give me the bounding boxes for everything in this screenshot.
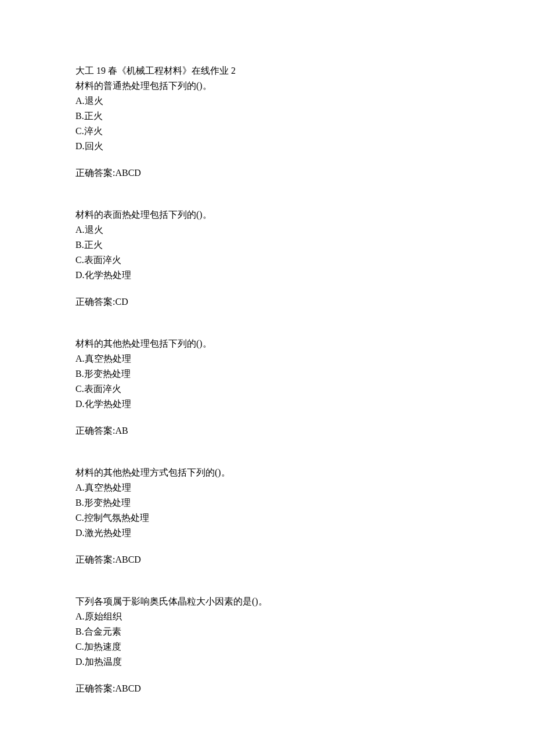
- question-block: 材料的普通热处理包括下列的()。A.退火B.正火C.淬火D.回火正确答案:ABC…: [75, 79, 459, 180]
- question-option: C.表面淬火: [75, 382, 459, 396]
- question-option: D.激光热处理: [75, 526, 459, 540]
- page-title: 大工 19 春《机械工程材料》在线作业 2: [75, 64, 459, 78]
- question-block: 材料的其他热处理包括下列的()。A.真空热处理B.形变热处理C.表面淬火D.化学…: [75, 337, 459, 438]
- answer-value: CD: [115, 297, 128, 307]
- answer-prefix: 正确答案:: [75, 426, 115, 435]
- question-answer: 正确答案:CD: [75, 295, 459, 309]
- question-option: A.真空热处理: [75, 352, 459, 366]
- answer-prefix: 正确答案:: [75, 297, 115, 307]
- answer-prefix: 正确答案:: [75, 683, 115, 693]
- question-option: A.退火: [75, 223, 459, 237]
- question-option: B.正火: [75, 238, 459, 252]
- question-option: A.退火: [75, 94, 459, 108]
- question-block: 材料的其他热处理方式包括下列的()。A.真空热处理B.形变热处理C.控制气氛热处…: [75, 466, 459, 567]
- question-option: D.回火: [75, 139, 459, 153]
- question-option: C.加热速度: [75, 640, 459, 654]
- question-option: B.形变热处理: [75, 367, 459, 381]
- question-stem: 材料的普通热处理包括下列的()。: [75, 79, 459, 93]
- question-stem: 材料的其他热处理包括下列的()。: [75, 337, 459, 351]
- question-option: C.表面淬火: [75, 253, 459, 267]
- question-option: A.真空热处理: [75, 481, 459, 495]
- question-answer: 正确答案:ABCD: [75, 553, 459, 567]
- question-option: B.形变热处理: [75, 496, 459, 510]
- question-option: C.淬火: [75, 124, 459, 138]
- question-stem: 材料的表面热处理包括下列的()。: [75, 208, 459, 222]
- question-option: C.控制气氛热处理: [75, 511, 459, 525]
- answer-value: ABCD: [115, 683, 140, 693]
- answer-value: AB: [115, 426, 128, 435]
- document-page: 大工 19 春《机械工程材料》在线作业 2 材料的普通热处理包括下列的()。A.…: [0, 0, 534, 756]
- question-stem: 材料的其他热处理方式包括下列的()。: [75, 466, 459, 480]
- question-answer: 正确答案:ABCD: [75, 682, 459, 696]
- question-option: B.正火: [75, 109, 459, 123]
- question-option: D.加热温度: [75, 655, 459, 669]
- question-option: A.原始组织: [75, 610, 459, 624]
- answer-value: ABCD: [115, 168, 140, 178]
- answer-prefix: 正确答案:: [75, 555, 115, 564]
- question-block: 材料的表面热处理包括下列的()。A.退火B.正火C.表面淬火D.化学热处理正确答…: [75, 208, 459, 309]
- question-stem: 下列各项属于影响奥氏体晶粒大小因素的是()。: [75, 595, 459, 609]
- question-option: D.化学热处理: [75, 268, 459, 282]
- questions-container: 材料的普通热处理包括下列的()。A.退火B.正火C.淬火D.回火正确答案:ABC…: [75, 79, 459, 696]
- question-answer: 正确答案:ABCD: [75, 166, 459, 180]
- answer-value: ABCD: [115, 555, 140, 564]
- answer-prefix: 正确答案:: [75, 168, 115, 178]
- question-option: D.化学热处理: [75, 397, 459, 411]
- question-block: 下列各项属于影响奥氏体晶粒大小因素的是()。A.原始组织B.合金元素C.加热速度…: [75, 595, 459, 696]
- question-option: B.合金元素: [75, 625, 459, 639]
- question-answer: 正确答案:AB: [75, 424, 459, 438]
